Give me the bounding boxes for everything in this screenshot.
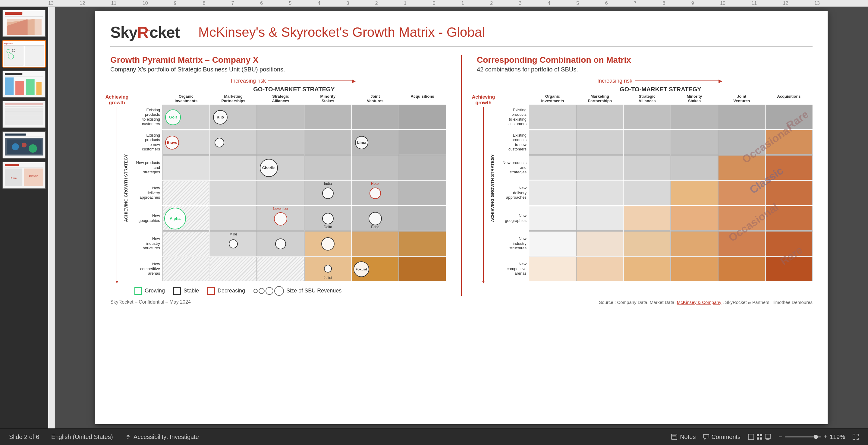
left-row-1: Existing productsto newcustomers Bravo xyxy=(131,130,446,155)
slide-thumbnail-1[interactable]: 1 xyxy=(2,10,46,37)
sbu-hotel xyxy=(370,187,381,199)
left-col-header-5: Acquisitions xyxy=(399,94,446,103)
right-risk-arrow: Increasing risk xyxy=(597,78,719,84)
svg-rect-29 xyxy=(5,134,26,136)
right-row-4-cells xyxy=(529,206,812,231)
right-row-1: Existing productsto newcustomers xyxy=(497,130,812,155)
left-cell-1-1 xyxy=(210,130,257,155)
right-col-header-4: JointVentures xyxy=(718,94,765,103)
sbu-golf: Golf xyxy=(165,110,181,125)
slide-header: SkyR•cket McKinsey's & Skyrocket's Growt… xyxy=(110,23,812,47)
slide-thumbnail-2[interactable]: 2 SkyRocket xyxy=(2,40,46,67)
right-cell-6-3 xyxy=(671,257,718,281)
left-row-label-2: New productsandstrategies xyxy=(131,160,162,175)
right-cell-4-4 xyxy=(718,206,765,231)
svg-rect-52 xyxy=(760,438,762,440)
left-risk-label: Increasing risk xyxy=(231,78,266,84)
sbu-juliet xyxy=(324,265,332,272)
zoom-slider[interactable] xyxy=(785,436,821,438)
zoom-plus[interactable]: + xyxy=(824,433,827,441)
right-cell-0-4 xyxy=(718,105,765,129)
slide-canvas: SkyR•cket McKinsey's & Skyrocket's Growt… xyxy=(95,11,828,424)
left-cell-1-2 xyxy=(257,130,304,155)
right-cell-3-0 xyxy=(529,181,576,205)
left-col-header-2: StrategicAlliances xyxy=(257,94,304,103)
sbu-juliet-label: Juliet xyxy=(324,275,332,280)
legend-stable-label: Stable xyxy=(184,288,199,294)
slide-thumbnail-6[interactable]: 6 Rare Classic xyxy=(2,161,46,189)
right-col-header-2: StrategicAlliances xyxy=(624,94,671,103)
grid-view-icon[interactable] xyxy=(756,434,763,440)
left-cell-4-5 xyxy=(399,206,446,231)
legend-circles xyxy=(253,286,284,296)
right-cell-2-2 xyxy=(624,155,671,180)
footer-source-link[interactable]: McKinsey & Company xyxy=(677,300,721,305)
right-cell-2-3 xyxy=(671,155,718,180)
sbu-india-label: India xyxy=(324,181,332,186)
left-gtm-header: GO-TO-MARKET STRATEGY xyxy=(142,86,446,93)
zoom-controls: − + 119% xyxy=(778,433,845,441)
legend-decreasing-label: Decreasing xyxy=(218,288,245,294)
right-cell-3-3 xyxy=(671,181,718,205)
left-col-header-3: MinorityStakes xyxy=(304,94,351,103)
left-col-header-0: OrganicInvestments xyxy=(162,94,210,103)
normal-view-icon[interactable] xyxy=(748,434,754,440)
svg-rect-53 xyxy=(765,434,771,438)
right-row-4: Newgeographies xyxy=(497,206,812,231)
svg-point-34 xyxy=(22,143,27,147)
left-achieving-strategy-label: ACHIEVING GROWTH STRATEGY xyxy=(124,94,130,282)
svg-rect-10 xyxy=(25,46,44,65)
legend-stable: Stable xyxy=(173,287,199,295)
notes-label: Notes xyxy=(680,434,695,441)
sbu-echo-label: Echo xyxy=(371,225,379,229)
slide-info: Slide 2 of 6 xyxy=(9,434,39,441)
right-row-label-6: Newcompetitivearenas xyxy=(497,262,529,276)
sbu-empty-5-3 xyxy=(321,237,335,250)
column-divider xyxy=(461,55,462,296)
zoom-minus[interactable]: − xyxy=(778,433,782,441)
left-cell-2-5 xyxy=(399,155,446,180)
left-cell-5-3 xyxy=(304,231,351,256)
header-divider xyxy=(189,24,189,40)
sbu-delta-label: Delta xyxy=(324,225,332,229)
zoom-handle xyxy=(814,435,818,439)
footer-source: Source : Company Data, Market Data, McKi… xyxy=(599,300,812,305)
left-row-label-4: Newgeographies xyxy=(131,213,162,223)
right-row-0-cells xyxy=(529,105,812,129)
fit-to-screen-icon[interactable] xyxy=(852,434,859,440)
sbu-charlie: Charlie xyxy=(260,159,278,177)
slide-thumbnail-3[interactable]: 3 xyxy=(2,70,46,98)
right-row-2-cells xyxy=(529,155,812,180)
right-cell-0-3 xyxy=(671,105,718,129)
left-cell-3-1 xyxy=(210,181,257,205)
sbu-empty-5-2 xyxy=(275,238,286,249)
left-row-5-cells: Mike xyxy=(162,231,446,256)
right-row-1-cells xyxy=(529,130,812,155)
right-achieving-strategy-label: ACHIEVING GROWTH STRATEGY xyxy=(490,94,496,282)
left-cell-0-3 xyxy=(304,105,351,129)
legend-decreasing-box xyxy=(207,287,215,295)
right-cell-2-5 xyxy=(766,155,812,180)
right-matrix-rows: Rare Occasional Classic Occasional Rare … xyxy=(497,105,812,281)
notes-button[interactable]: Notes xyxy=(671,434,695,441)
svg-rect-2 xyxy=(5,16,43,17)
slide-thumbnail-4[interactable]: 4 xyxy=(2,101,46,128)
left-row-6: Newcompetitivearenas Juliet xyxy=(131,257,446,281)
right-v-arrow: ▼ xyxy=(483,107,484,281)
left-cell-4-1 xyxy=(210,206,257,231)
accessibility-icon xyxy=(125,434,131,440)
right-cell-6-0 xyxy=(529,257,576,281)
sbu-hotel-label: Hotel xyxy=(371,181,379,186)
left-row-label-5: Newindustrystructures xyxy=(131,236,162,250)
comments-button[interactable]: Comments xyxy=(703,434,741,441)
svg-rect-50 xyxy=(760,434,762,436)
left-cell-0-4 xyxy=(352,105,399,129)
right-cell-1-1 xyxy=(576,130,623,155)
presenter-view-icon[interactable] xyxy=(765,434,771,440)
footer-source-prefix: Source : Company Data, Market Data, xyxy=(599,300,675,305)
left-v-arrow: ▼ xyxy=(117,107,117,281)
left-row-label-3: Newdeliveryapproaches xyxy=(131,186,162,200)
slide-thumbnail-5[interactable]: 5 xyxy=(2,131,46,158)
left-cell-0-1: Kilo xyxy=(210,105,257,129)
left-cell-6-2 xyxy=(257,257,304,281)
